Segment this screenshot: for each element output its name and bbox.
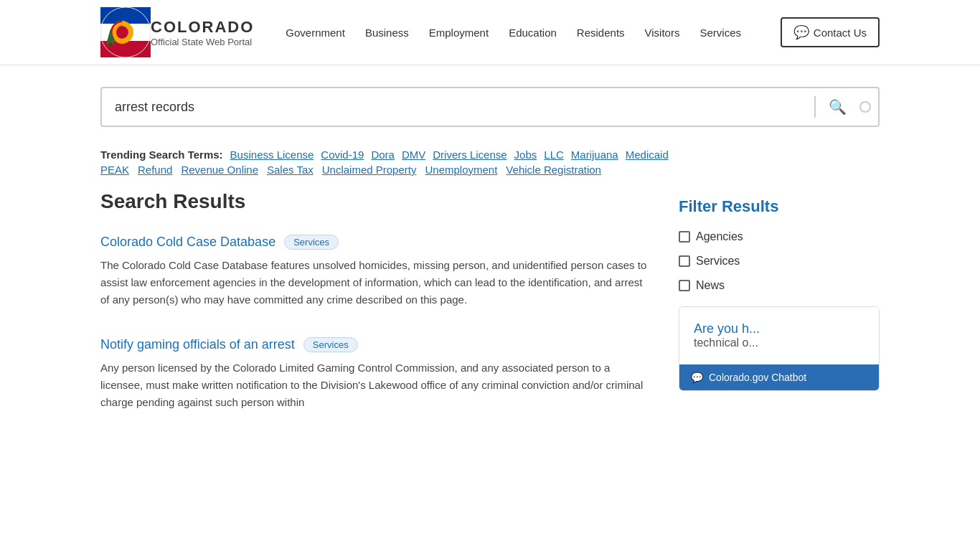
logo[interactable]: COLORADO Official State Web Portal: [100, 7, 254, 57]
contact-us-button[interactable]: 💬 Contact Us: [781, 17, 880, 47]
filter-news-checkbox[interactable]: [679, 280, 690, 291]
trending-link-medicaid[interactable]: Medicaid: [626, 149, 669, 161]
trending-row-2: PEAK Refund Revenue Online Sales Tax Unc…: [100, 164, 880, 176]
result-2-link[interactable]: Notify gaming officials of an arrest: [100, 337, 295, 352]
search-button[interactable]: 🔍: [816, 88, 859, 126]
result-2-badge: Services: [303, 337, 358, 352]
nav-item-residents[interactable]: Residents: [567, 21, 635, 44]
result-item-2: Notify gaming officials of an arrest Ser…: [100, 337, 650, 411]
trending-label: Trending Search Terms:: [100, 149, 223, 161]
svg-rect-1: [100, 7, 151, 24]
chatbot-label: Colorado.gov Chatbot: [709, 372, 806, 383]
results-title: Search Results: [100, 190, 650, 213]
search-section: 🔍: [0, 65, 980, 141]
nav-item-employment[interactable]: Employment: [419, 21, 499, 44]
chatbot-body: Are you h... technical o...: [679, 307, 879, 364]
result-1-title-row: Colorado Cold Case Database Services: [100, 235, 650, 250]
trending-link-refund[interactable]: Refund: [138, 164, 172, 176]
filter-news-label: News: [696, 279, 725, 292]
result-1-description: The Colorado Cold Case Database features…: [100, 257, 650, 309]
trending-link-dora[interactable]: Dora: [371, 149, 395, 161]
trending-link-unemployment[interactable]: Unemployment: [425, 164, 497, 176]
trending-link-dmv[interactable]: DMV: [402, 149, 425, 161]
chatbot-technical-text: technical o...: [694, 336, 864, 349]
search-box: 🔍: [100, 87, 880, 127]
trending-link-jobs[interactable]: Jobs: [514, 149, 537, 161]
chatbot-container[interactable]: Are you h... technical o... 💬 Colorado.g…: [679, 306, 880, 391]
result-2-description: Any person licensed by the Colorado Limi…: [100, 359, 650, 411]
trending-link-sales-tax[interactable]: Sales Tax: [267, 164, 314, 176]
nav-item-government[interactable]: Government: [275, 21, 355, 44]
search-circle-indicator: [859, 101, 871, 113]
result-item-1: Colorado Cold Case Database Services The…: [100, 235, 650, 309]
nav-item-visitors[interactable]: Visitors: [635, 21, 690, 44]
main-nav: Government Business Employment Education…: [275, 21, 780, 44]
trending-row: Trending Search Terms: Business License …: [100, 149, 880, 161]
filter-services[interactable]: Services: [679, 255, 880, 268]
filter-agencies-label: Agencies: [696, 230, 743, 243]
filter-agencies[interactable]: Agencies: [679, 230, 880, 243]
search-icon: 🔍: [829, 99, 847, 115]
results-area: Search Results Colorado Cold Case Databa…: [100, 190, 650, 440]
result-1-link[interactable]: Colorado Cold Case Database: [100, 235, 275, 250]
search-input[interactable]: [102, 90, 814, 125]
trending-link-business-license[interactable]: Business License: [230, 149, 314, 161]
nav-item-business[interactable]: Business: [355, 21, 419, 44]
trending-link-covid19[interactable]: Covid-19: [321, 149, 364, 161]
trending-link-unclaimed-property[interactable]: Unclaimed Property: [322, 164, 417, 176]
trending-link-marijuana[interactable]: Marijuana: [571, 149, 618, 161]
header: COLORADO Official State Web Portal Gover…: [0, 0, 980, 65]
trending-link-peak[interactable]: PEAK: [100, 164, 129, 176]
contact-us-label: Contact Us: [814, 27, 867, 39]
logo-subtitle: Official State Web Portal: [151, 37, 254, 47]
nav-item-services[interactable]: Services: [689, 21, 751, 44]
trending-link-revenue-online[interactable]: Revenue Online: [181, 164, 258, 176]
filter-news[interactable]: News: [679, 279, 880, 292]
trending-link-llc[interactable]: LLC: [544, 149, 564, 161]
chatbot-prompt-text: Are you h...: [694, 321, 864, 336]
svg-rect-8: [109, 43, 112, 47]
trending-link-vehicle-registration[interactable]: Vehicle Registration: [506, 164, 601, 176]
colorado-flag-icon: [100, 7, 151, 57]
filter-title: Filter Results: [679, 197, 880, 216]
nav-item-education[interactable]: Education: [499, 21, 567, 44]
filter-services-checkbox[interactable]: [679, 255, 690, 267]
main-content: Search Results Colorado Cold Case Databa…: [0, 190, 980, 440]
filter-area: Filter Results Agencies Services News Ar…: [679, 190, 880, 440]
chatbot-footer[interactable]: 💬 Colorado.gov Chatbot: [679, 364, 879, 390]
logo-text: COLORADO Official State Web Portal: [151, 18, 254, 47]
filter-services-label: Services: [696, 255, 740, 268]
chat-icon: 💬: [793, 24, 809, 40]
filter-agencies-checkbox[interactable]: [679, 231, 690, 242]
trending-link-drivers-license[interactable]: Drivers License: [433, 149, 507, 161]
result-1-badge: Services: [284, 235, 339, 250]
result-2-title-row: Notify gaming officials of an arrest Ser…: [100, 337, 650, 352]
chatbot-icon: 💬: [691, 372, 703, 383]
logo-title: COLORADO: [151, 18, 254, 37]
trending-section: Trending Search Terms: Business License …: [0, 141, 980, 190]
